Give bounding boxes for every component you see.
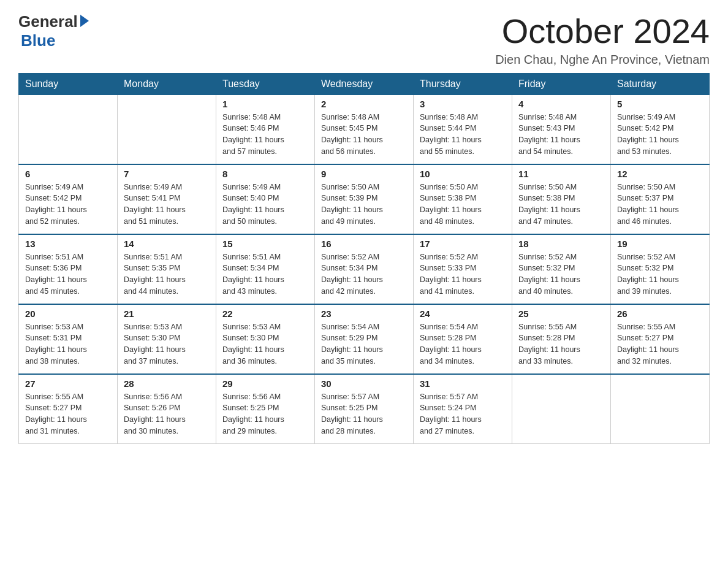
day-info: Sunrise: 5:55 AMSunset: 5:28 PMDaylight:…	[518, 321, 604, 367]
calendar-cell: 7Sunrise: 5:49 AMSunset: 5:41 PMDaylight…	[118, 164, 216, 234]
day-number: 10	[420, 169, 506, 179]
week-row-5: 27Sunrise: 5:55 AMSunset: 5:27 PMDayligh…	[19, 374, 710, 444]
day-number: 31	[420, 378, 506, 389]
day-header-monday: Monday	[118, 73, 216, 94]
day-number: 12	[617, 169, 703, 179]
day-info: Sunrise: 5:49 AMSunset: 5:41 PMDaylight:…	[124, 182, 210, 228]
day-number: 29	[222, 378, 308, 389]
calendar-cell: 22Sunrise: 5:53 AMSunset: 5:30 PMDayligh…	[216, 304, 315, 374]
page-header: General Blue October 2024 Dien Chau, Ngh…	[18, 12, 710, 67]
day-number: 27	[25, 378, 111, 389]
calendar-cell: 28Sunrise: 5:56 AMSunset: 5:26 PMDayligh…	[118, 374, 216, 444]
day-number: 3	[420, 99, 506, 109]
calendar-cell: 11Sunrise: 5:50 AMSunset: 5:38 PMDayligh…	[512, 164, 611, 234]
calendar-cell: 26Sunrise: 5:55 AMSunset: 5:27 PMDayligh…	[611, 304, 710, 374]
day-info: Sunrise: 5:55 AMSunset: 5:27 PMDaylight:…	[25, 391, 111, 437]
day-info: Sunrise: 5:50 AMSunset: 5:39 PMDaylight:…	[321, 182, 407, 228]
day-number: 18	[518, 239, 604, 249]
day-info: Sunrise: 5:53 AMSunset: 5:30 PMDaylight:…	[124, 321, 210, 367]
calendar-table: SundayMondayTuesdayWednesdayThursdayFrid…	[18, 73, 710, 444]
day-number: 7	[124, 169, 210, 179]
logo-blue-text: Blue	[21, 31, 55, 50]
calendar-cell	[118, 94, 216, 164]
day-info: Sunrise: 5:48 AMSunset: 5:46 PMDaylight:…	[222, 112, 308, 158]
calendar-cell: 10Sunrise: 5:50 AMSunset: 5:38 PMDayligh…	[414, 164, 512, 234]
day-info: Sunrise: 5:49 AMSunset: 5:40 PMDaylight:…	[222, 182, 308, 228]
logo-arrow-icon	[80, 15, 89, 27]
calendar-cell: 29Sunrise: 5:56 AMSunset: 5:25 PMDayligh…	[216, 374, 315, 444]
day-number: 11	[518, 169, 604, 179]
day-info: Sunrise: 5:55 AMSunset: 5:27 PMDaylight:…	[617, 321, 703, 367]
day-info: Sunrise: 5:49 AMSunset: 5:42 PMDaylight:…	[25, 182, 111, 228]
calendar-cell: 21Sunrise: 5:53 AMSunset: 5:30 PMDayligh…	[118, 304, 216, 374]
day-header-thursday: Thursday	[414, 73, 512, 94]
day-number: 28	[124, 378, 210, 389]
day-info: Sunrise: 5:52 AMSunset: 5:32 PMDaylight:…	[518, 251, 604, 297]
day-number: 1	[222, 99, 308, 109]
day-info: Sunrise: 5:53 AMSunset: 5:30 PMDaylight:…	[222, 321, 308, 367]
day-info: Sunrise: 5:56 AMSunset: 5:26 PMDaylight:…	[124, 391, 210, 437]
day-info: Sunrise: 5:49 AMSunset: 5:42 PMDaylight:…	[617, 112, 703, 158]
day-number: 26	[617, 308, 703, 319]
day-info: Sunrise: 5:56 AMSunset: 5:25 PMDaylight:…	[222, 391, 308, 437]
day-number: 4	[518, 99, 604, 109]
day-number: 19	[617, 239, 703, 249]
day-info: Sunrise: 5:54 AMSunset: 5:29 PMDaylight:…	[321, 321, 407, 367]
day-number: 16	[321, 239, 407, 249]
calendar-cell	[19, 94, 118, 164]
day-info: Sunrise: 5:50 AMSunset: 5:38 PMDaylight:…	[420, 182, 506, 228]
calendar-cell	[611, 374, 710, 444]
day-info: Sunrise: 5:57 AMSunset: 5:25 PMDaylight:…	[321, 391, 407, 437]
day-number: 14	[124, 239, 210, 249]
calendar-cell: 15Sunrise: 5:51 AMSunset: 5:34 PMDayligh…	[216, 234, 315, 304]
day-number: 2	[321, 99, 407, 109]
calendar-cell: 24Sunrise: 5:54 AMSunset: 5:28 PMDayligh…	[414, 304, 512, 374]
day-info: Sunrise: 5:52 AMSunset: 5:32 PMDaylight:…	[617, 251, 703, 297]
day-info: Sunrise: 5:51 AMSunset: 5:35 PMDaylight:…	[124, 251, 210, 297]
day-info: Sunrise: 5:54 AMSunset: 5:28 PMDaylight:…	[420, 321, 506, 367]
day-info: Sunrise: 5:50 AMSunset: 5:38 PMDaylight:…	[518, 182, 604, 228]
calendar-cell: 14Sunrise: 5:51 AMSunset: 5:35 PMDayligh…	[118, 234, 216, 304]
calendar-cell: 12Sunrise: 5:50 AMSunset: 5:37 PMDayligh…	[611, 164, 710, 234]
day-header-tuesday: Tuesday	[216, 73, 315, 94]
month-title: October 2024	[495, 12, 710, 50]
calendar-cell: 9Sunrise: 5:50 AMSunset: 5:39 PMDaylight…	[315, 164, 414, 234]
day-info: Sunrise: 5:48 AMSunset: 5:44 PMDaylight:…	[420, 112, 506, 158]
week-row-3: 13Sunrise: 5:51 AMSunset: 5:36 PMDayligh…	[19, 234, 710, 304]
calendar-cell: 4Sunrise: 5:48 AMSunset: 5:43 PMDaylight…	[512, 94, 611, 164]
calendar-cell	[512, 374, 611, 444]
calendar-cell: 13Sunrise: 5:51 AMSunset: 5:36 PMDayligh…	[19, 234, 118, 304]
week-row-2: 6Sunrise: 5:49 AMSunset: 5:42 PMDaylight…	[19, 164, 710, 234]
day-info: Sunrise: 5:51 AMSunset: 5:36 PMDaylight:…	[25, 251, 111, 297]
day-number: 24	[420, 308, 506, 319]
calendar-cell: 3Sunrise: 5:48 AMSunset: 5:44 PMDaylight…	[414, 94, 512, 164]
calendar-cell: 30Sunrise: 5:57 AMSunset: 5:25 PMDayligh…	[315, 374, 414, 444]
calendar-cell: 17Sunrise: 5:52 AMSunset: 5:33 PMDayligh…	[414, 234, 512, 304]
day-number: 5	[617, 99, 703, 109]
calendar-cell: 1Sunrise: 5:48 AMSunset: 5:46 PMDaylight…	[216, 94, 315, 164]
calendar-cell: 31Sunrise: 5:57 AMSunset: 5:24 PMDayligh…	[414, 374, 512, 444]
day-info: Sunrise: 5:51 AMSunset: 5:34 PMDaylight:…	[222, 251, 308, 297]
day-info: Sunrise: 5:50 AMSunset: 5:37 PMDaylight:…	[617, 182, 703, 228]
calendar-cell: 6Sunrise: 5:49 AMSunset: 5:42 PMDaylight…	[19, 164, 118, 234]
day-number: 20	[25, 308, 111, 319]
day-number: 22	[222, 308, 308, 319]
day-header-wednesday: Wednesday	[315, 73, 414, 94]
day-number: 17	[420, 239, 506, 249]
calendar-cell: 5Sunrise: 5:49 AMSunset: 5:42 PMDaylight…	[611, 94, 710, 164]
day-number: 6	[25, 169, 111, 179]
day-number: 23	[321, 308, 407, 319]
week-row-1: 1Sunrise: 5:48 AMSunset: 5:46 PMDaylight…	[19, 94, 710, 164]
calendar-cell: 27Sunrise: 5:55 AMSunset: 5:27 PMDayligh…	[19, 374, 118, 444]
day-header-sunday: Sunday	[19, 73, 118, 94]
title-area: October 2024 Dien Chau, Nghe An Province…	[495, 12, 710, 67]
logo-general-text: General	[18, 12, 78, 31]
calendar-cell: 20Sunrise: 5:53 AMSunset: 5:31 PMDayligh…	[19, 304, 118, 374]
days-header-row: SundayMondayTuesdayWednesdayThursdayFrid…	[19, 73, 710, 94]
day-number: 9	[321, 169, 407, 179]
calendar-cell: 25Sunrise: 5:55 AMSunset: 5:28 PMDayligh…	[512, 304, 611, 374]
day-number: 21	[124, 308, 210, 319]
day-info: Sunrise: 5:52 AMSunset: 5:34 PMDaylight:…	[321, 251, 407, 297]
location-title: Dien Chau, Nghe An Province, Vietnam	[495, 53, 710, 67]
day-info: Sunrise: 5:53 AMSunset: 5:31 PMDaylight:…	[25, 321, 111, 367]
